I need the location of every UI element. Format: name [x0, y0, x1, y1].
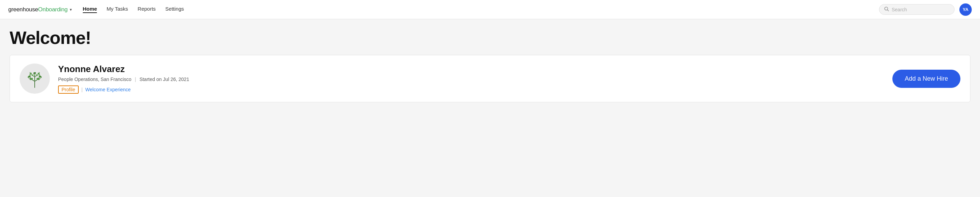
brand-logo[interactable]: greenhouse Onboarding ▾ [8, 6, 72, 13]
search-icon [884, 6, 889, 12]
brand-chevron-icon: ▾ [70, 7, 72, 12]
user-avatar-large [19, 64, 50, 94]
user-card: Ynonne Alvarez People Operations, San Fr… [10, 55, 970, 102]
links-divider: | [81, 87, 83, 92]
search-box[interactable]: Search [879, 4, 955, 15]
nav-links: Home My Tasks Reports Settings [83, 6, 879, 13]
user-info: Ynonne Alvarez People Operations, San Fr… [58, 64, 884, 94]
profile-link[interactable]: Profile [58, 86, 79, 94]
user-avatar[interactable]: YA [959, 3, 972, 16]
nav-my-tasks[interactable]: My Tasks [107, 6, 128, 13]
brand-name-suffix: Onboarding [38, 6, 68, 13]
user-name: Ynonne Alvarez [58, 64, 884, 75]
svg-line-1 [888, 10, 889, 11]
svg-point-9 [33, 72, 37, 74]
navbar: greenhouse Onboarding ▾ Home My Tasks Re… [0, 0, 980, 19]
user-links: Profile | Welcome Experience [58, 86, 884, 94]
nav-settings[interactable]: Settings [165, 6, 184, 13]
user-meta: People Operations, San Francisco | Start… [58, 76, 884, 82]
add-new-hire-button[interactable]: Add a New Hire [892, 70, 961, 88]
nav-reports[interactable]: Reports [138, 6, 156, 13]
user-started: Started on Jul 26, 2021 [140, 76, 189, 82]
main-content: Welcome! [0, 19, 980, 197]
welcome-heading: Welcome! [10, 27, 970, 48]
welcome-experience-link[interactable]: Welcome Experience [85, 87, 130, 92]
user-department: People Operations, San Francisco [58, 76, 131, 82]
brand-name-prefix: greenhouse [8, 6, 38, 13]
search-placeholder: Search [892, 7, 907, 12]
plant-icon [24, 68, 46, 90]
nav-right: Search YA [879, 3, 972, 16]
meta-divider: | [135, 76, 136, 82]
nav-home[interactable]: Home [83, 6, 97, 13]
